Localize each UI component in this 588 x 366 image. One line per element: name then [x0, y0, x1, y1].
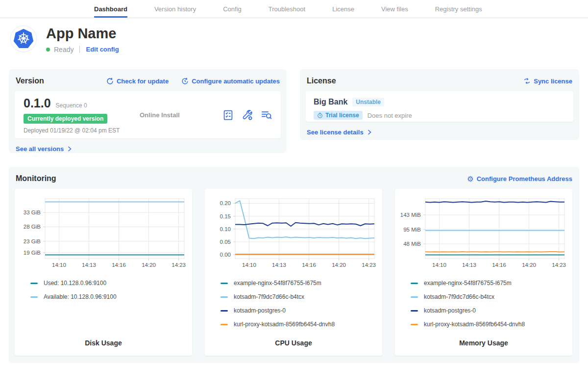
legend-item: kotsadm-postgres-0 — [411, 304, 568, 317]
svg-text:19 GiB: 19 GiB — [24, 250, 41, 256]
legend-swatch — [411, 296, 418, 298]
legend-label: kurl-proxy-kotsadm-8569fb6454-dnvh8 — [424, 321, 525, 328]
legend-item: kotsadm-7f9dc7d66c-b4tcx — [220, 290, 378, 304]
legend-label: Used: 10.128.0.96:9100 — [44, 280, 106, 287]
legend-swatch — [411, 310, 418, 312]
chart-title: CPU Usage — [209, 339, 378, 356]
configure-prometheus-link[interactable]: ⚙ Configure Prometheus Address — [467, 175, 572, 183]
memory-usage-chart: 48 MiB95 MiB143 MiB14:1014:1314:1614:201… — [399, 193, 568, 271]
install-type-label: Online Install — [129, 111, 222, 119]
see-license-details-link[interactable]: See license details — [307, 129, 371, 136]
legend-swatch — [30, 296, 38, 298]
view-logs-icon[interactable] — [261, 109, 272, 121]
tab-dashboard[interactable]: Dashboard — [94, 0, 127, 18]
chart-title: Disk Usage — [19, 339, 188, 356]
legend-item: example-nginx-54f8f76755-l675m — [411, 276, 568, 290]
version-section-title: Version — [16, 77, 44, 85]
sync-license-link[interactable]: Sync license — [523, 78, 572, 85]
cpu-usage-chart: 0.000.050.100.150.2014:1014:1314:1614:20… — [209, 193, 378, 271]
svg-text:14:23: 14:23 — [552, 262, 566, 268]
trial-license-badge: Trial license — [314, 111, 363, 120]
memory-usage-chart-card: 48 MiB95 MiB143 MiB14:1014:1314:1614:201… — [395, 189, 572, 356]
svg-text:0.20: 0.20 — [220, 200, 231, 206]
preflight-checklist-icon[interactable] — [222, 109, 234, 121]
configure-automatic-updates-link[interactable]: Configure automatic updates — [181, 78, 280, 85]
legend-item: Available: 10.128.0.96:9100 — [30, 290, 188, 304]
license-name: Big Bank — [314, 98, 347, 106]
tab-config[interactable]: Config — [223, 0, 242, 18]
tab-registry-settings[interactable]: Registry settings — [435, 0, 482, 18]
legend-item: example-nginx-54f8f76755-l675m — [220, 276, 378, 290]
status-text: Ready — [54, 46, 74, 53]
tab-version-history[interactable]: Version history — [154, 0, 196, 18]
license-card: Big Bank Unstable Trial license Does not… — [306, 91, 573, 122]
legend-label: Available: 10.128.0.96:9100 — [44, 293, 117, 300]
channel-badge: Unstable — [352, 98, 384, 106]
legend-item: kurl-proxy-kotsadm-8569fb6454-dnvh8 — [220, 317, 378, 331]
legend-label: kurl-proxy-kotsadm-8569fb6454-dnvh8 — [234, 321, 335, 328]
svg-text:33 GiB: 33 GiB — [24, 209, 41, 215]
config-wrench-icon[interactable] — [242, 109, 253, 121]
tab-troubleshoot[interactable]: Troubleshoot — [269, 0, 305, 18]
legend-item: kotsadm-7f9dc7d66c-b4tcx — [411, 290, 568, 304]
legend-item: kurl-proxy-kotsadm-8569fb6454-dnvh8 — [411, 317, 568, 331]
divider — [79, 46, 80, 53]
svg-text:95 MiB: 95 MiB — [403, 227, 421, 233]
legend-item: Used: 10.128.0.96:9100 — [30, 276, 188, 290]
auto-update-clock-icon — [181, 78, 189, 85]
legend-label: example-nginx-54f8f76755-l675m — [234, 280, 321, 287]
tab-view-files[interactable]: View files — [381, 0, 408, 18]
page-title: App Name — [46, 26, 119, 42]
sync-icon — [523, 78, 531, 84]
currently-deployed-badge: Currently deployed version — [24, 114, 107, 124]
legend-swatch — [220, 324, 228, 325]
chevron-right-icon — [368, 130, 371, 135]
svg-text:14:16: 14:16 — [302, 262, 316, 268]
legend-item: kotsadm-postgres-0 — [220, 304, 378, 317]
see-all-versions-link[interactable]: See all versions — [16, 145, 72, 153]
svg-text:14:20: 14:20 — [332, 262, 346, 268]
svg-text:14:10: 14:10 — [52, 262, 66, 268]
cpu-usage-legend: example-nginx-54f8f76755-l675mkotsadm-7f… — [220, 276, 378, 331]
legend-label: example-nginx-54f8f76755-l675m — [424, 280, 512, 287]
memory-usage-legend: example-nginx-54f8f76755-l675mkotsadm-7f… — [411, 276, 568, 331]
chevron-right-icon — [68, 146, 72, 152]
svg-text:28 GiB: 28 GiB — [24, 224, 41, 230]
svg-text:14:10: 14:10 — [242, 262, 256, 268]
legend-swatch — [411, 324, 418, 325]
disk-usage-legend: Used: 10.128.0.96:9100Available: 10.128.… — [30, 276, 188, 304]
svg-text:14:20: 14:20 — [142, 262, 156, 268]
svg-text:14:23: 14:23 — [362, 262, 376, 268]
legend-swatch — [30, 283, 38, 284]
refresh-icon — [106, 78, 114, 85]
monitoring-section: Monitoring ⚙ Configure Prometheus Addres… — [9, 167, 579, 363]
legend-label: kotsadm-postgres-0 — [234, 307, 286, 314]
gear-icon: ⚙ — [467, 175, 473, 183]
license-expiry: Does not expire — [368, 112, 412, 119]
tab-license[interactable]: License — [332, 0, 354, 18]
svg-text:14:16: 14:16 — [492, 262, 506, 268]
status-dot — [46, 48, 50, 52]
cpu-usage-chart-card: 0.000.050.100.150.2014:1014:1314:1614:20… — [205, 189, 382, 356]
svg-text:23 GiB: 23 GiB — [24, 238, 41, 244]
license-section-title: License — [307, 77, 336, 85]
check-for-update-link[interactable]: Check for update — [106, 78, 169, 85]
version-number: 0.1.0 — [24, 96, 51, 110]
app-header: App Name Ready Edit config — [11, 26, 119, 53]
legend-label: kotsadm-7f9dc7d66c-b4tcx — [234, 293, 304, 300]
version-section: Version Check for update Configure autom… — [9, 69, 287, 153]
svg-text:14:13: 14:13 — [272, 262, 286, 268]
svg-text:14:13: 14:13 — [82, 262, 96, 268]
edit-config-link[interactable]: Edit config — [86, 46, 119, 53]
version-sequence: Sequence 0 — [56, 102, 87, 109]
legend-swatch — [220, 296, 228, 298]
kubernetes-logo-icon — [11, 26, 36, 52]
monitoring-section-title: Monitoring — [16, 174, 56, 183]
disk-usage-chart: 19 GiB23 GiB28 GiB33 GiB14:1014:1314:161… — [19, 193, 188, 271]
chart-title: Memory Usage — [399, 339, 568, 356]
top-navigation: Dashboard Version history Config Trouble… — [0, 0, 588, 18]
svg-text:14:23: 14:23 — [172, 262, 186, 268]
legend-swatch — [411, 283, 418, 284]
stopwatch-icon — [317, 112, 323, 118]
svg-text:14:16: 14:16 — [112, 262, 126, 268]
